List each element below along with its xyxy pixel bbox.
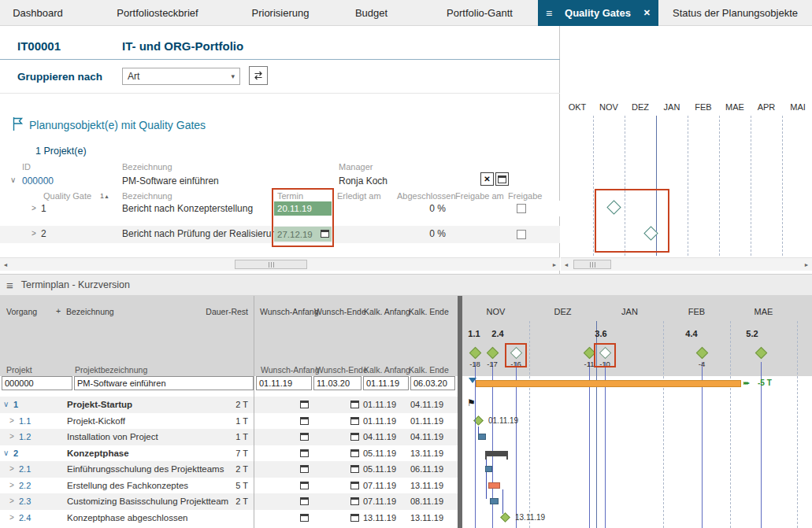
gate-termin-cell[interactable]: 27.12.19 (274, 227, 332, 242)
calendar-icon[interactable] (321, 230, 329, 238)
tab-quality-gates[interactable]: ≡Quality Gates✕ (538, 0, 658, 26)
col-termin[interactable]: Termin (277, 191, 303, 201)
wunsch-ende-calendar-icon[interactable] (350, 417, 359, 425)
wunsch-ende-calendar-icon[interactable] (350, 465, 359, 473)
task-number[interactable]: 2.2 (19, 481, 31, 490)
expand-icon[interactable]: > (9, 432, 14, 441)
expand-icon[interactable]: > (9, 481, 14, 489)
expand-icon[interactable]: ∨ (3, 449, 9, 457)
project-kalk-anfang-cell[interactable]: 01.11.19 (363, 376, 409, 390)
col-wunsch-anfang[interactable]: Wunsch-Anfang (260, 307, 319, 316)
task-row[interactable]: >2.1Einführungsschulung des Projektteams… (0, 461, 458, 478)
task-row[interactable]: >2.4Konzeptphase abgeschlossen13.11.1913… (0, 510, 458, 526)
scroll-right-icon[interactable]: ► (801, 259, 812, 271)
tab-close-icon[interactable]: ✕ (643, 8, 651, 18)
task-number[interactable]: 2.3 (19, 497, 31, 506)
tab-portfolio-gantt[interactable]: Portfolio-Gantt (421, 0, 538, 26)
col-kalk-anfang[interactable]: Kalk. Anfang (364, 307, 410, 316)
wunsch-anfang-calendar-icon[interactable] (300, 417, 309, 425)
expand-icon[interactable]: > (9, 497, 14, 505)
gate-expand-icon[interactable]: > (32, 204, 36, 212)
menu-icon[interactable]: ≡ (6, 279, 13, 292)
project-id[interactable]: 000000 (22, 175, 54, 186)
freigabe-checkbox[interactable] (517, 204, 526, 213)
wunsch-ende-calendar-icon[interactable] (350, 482, 359, 489)
delete-button[interactable]: ✕ (480, 172, 494, 186)
quality-gate-diamond[interactable] (469, 347, 481, 360)
h-scrollbar[interactable]: ◄ ► (561, 257, 812, 271)
task-row[interactable]: >2.3Customizing Basisschulung Projekttea… (0, 493, 458, 510)
task-bar[interactable] (485, 466, 492, 472)
h-scrollbar[interactable]: ◄ ► (0, 257, 560, 271)
task-row[interactable]: ∨2Konzeptphase7 T05.11.1913.11.19 (0, 445, 458, 462)
quality-gate-row[interactable]: >1Bericht nach Konzepterstellung20.11.19… (0, 201, 560, 216)
expand-icon[interactable]: > (9, 464, 14, 473)
project-gantt-bar[interactable] (476, 380, 741, 387)
task-row[interactable]: >1.2Installation von Project1 T04.11.190… (0, 429, 458, 445)
scrollbar-thumb[interactable] (235, 260, 307, 269)
wunsch-anfang-calendar-icon[interactable] (300, 465, 309, 473)
col-abgeschlossen[interactable]: Abgeschlossen (397, 191, 456, 201)
col-gate-bezeichnung[interactable]: Bezeichnung (122, 191, 172, 201)
gate-termin-cell[interactable]: 20.11.19 (274, 201, 332, 216)
scroll-left-icon[interactable]: ◄ (0, 259, 11, 271)
project-kalk-ende-cell[interactable]: 06.03.20 (410, 376, 455, 390)
task-number[interactable]: 2 (13, 449, 18, 458)
wunsch-anfang-calendar-icon[interactable] (300, 433, 309, 441)
task-number[interactable]: 1.2 (19, 432, 31, 441)
project-wunsch-anfang-cell[interactable]: 01.11.19 (256, 376, 312, 390)
wunsch-anfang-calendar-icon[interactable] (300, 497, 309, 505)
task-bar[interactable] (488, 482, 500, 489)
freigabe-checkbox[interactable] (517, 230, 526, 239)
milestone-diamond[interactable] (500, 512, 510, 522)
col-freigabe[interactable]: Freigabe (508, 191, 542, 201)
expand-icon[interactable]: ∨ (3, 400, 9, 408)
quality-gate-row[interactable]: >2Bericht nach Prüfung der Realisierung2… (0, 226, 560, 243)
quality-gate-diamond[interactable] (583, 347, 595, 360)
wunsch-anfang-calendar-icon[interactable] (300, 449, 309, 457)
quality-gate-diamond[interactable] (606, 200, 621, 214)
quality-gate-diamond[interactable] (510, 347, 522, 360)
scrollbar-thumb[interactable] (573, 260, 611, 269)
tab-portfoliosteckbrief[interactable]: Portfoliosteckbrief (76, 0, 239, 26)
gate-expand-icon[interactable]: > (32, 229, 36, 238)
col-freigabe-am[interactable]: Freigabe am (455, 191, 504, 201)
wunsch-ende-calendar-icon[interactable] (350, 433, 359, 441)
col-quality-gate[interactable]: Quality Gate (43, 191, 91, 201)
project-id-cell[interactable]: 000000 (2, 376, 72, 390)
collapse-icon[interactable]: ∨ (10, 175, 16, 184)
wunsch-anfang-calendar-icon[interactable] (300, 482, 309, 489)
project-name-cell[interactable]: PM-Software einführen (74, 376, 254, 390)
col-vorgang[interactable]: Vorgang (6, 307, 37, 316)
quality-gate-diamond[interactable] (599, 347, 611, 360)
tab-dashboard[interactable]: Dashboard (0, 0, 76, 26)
tab-menu-icon[interactable]: ≡ (546, 7, 552, 20)
task-bar[interactable] (490, 498, 499, 504)
quality-gate-diamond[interactable] (486, 347, 499, 360)
expand-icon[interactable]: > (9, 513, 14, 522)
task-number[interactable]: 2.1 (19, 464, 31, 474)
wunsch-anfang-calendar-icon[interactable] (300, 401, 309, 408)
task-number[interactable]: 2.4 (19, 513, 31, 522)
task-number[interactable]: 1 (13, 400, 18, 409)
wunsch-ende-calendar-icon[interactable] (350, 514, 359, 522)
col-erledigt-am[interactable]: Erledigt am (337, 191, 381, 201)
task-row[interactable]: >1.1Projekt-Kickoff1 T01.11.1901.11.19 (0, 413, 458, 430)
quality-gate-diamond[interactable] (695, 347, 708, 360)
task-bar[interactable] (478, 434, 486, 440)
tab-status-der-planungsobjekte[interactable]: Status der Planungsobjekte (658, 0, 812, 26)
wunsch-ende-calendar-icon[interactable] (350, 497, 359, 505)
wunsch-anfang-calendar-icon[interactable] (300, 514, 309, 522)
expand-columns-icon[interactable]: + (56, 306, 61, 316)
col-wunsch-ende[interactable]: Wunsch-Ende (314, 307, 366, 316)
tab-priorisierung[interactable]: Priorisierung (239, 0, 321, 26)
wunsch-ende-calendar-icon[interactable] (350, 401, 359, 408)
group-by-select[interactable]: Art ▾ (122, 68, 240, 85)
summary-bar[interactable] (485, 451, 508, 456)
scroll-left-icon[interactable]: ◄ (561, 259, 572, 271)
calendar-button[interactable] (495, 172, 509, 186)
col-dauer[interactable]: Dauer-Rest (189, 307, 248, 316)
project-wunsch-ende-cell[interactable]: 11.03.20 (313, 376, 362, 390)
task-row[interactable]: ∨1Projekt-Startup2 T01.11.1904.11.19 (0, 397, 458, 413)
tab-budget[interactable]: Budget (321, 0, 421, 26)
